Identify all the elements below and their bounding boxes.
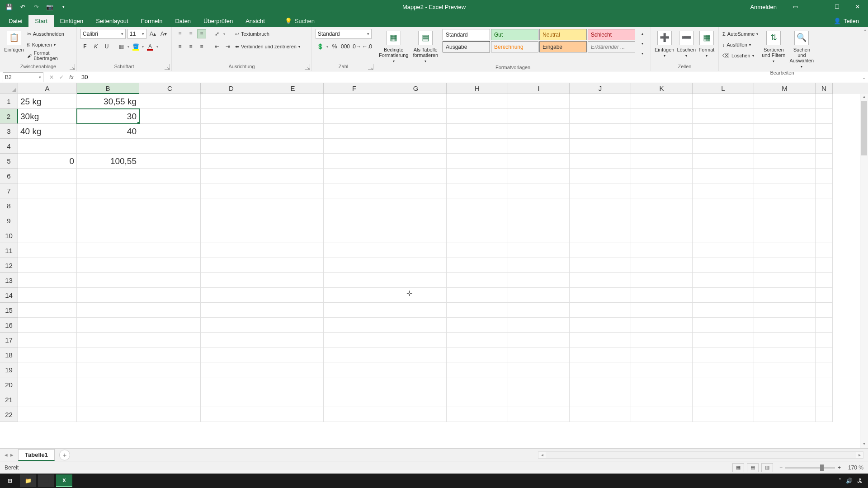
cell-L20[interactable] bbox=[693, 377, 754, 392]
cell-M10[interactable] bbox=[754, 228, 816, 243]
cell-F16[interactable] bbox=[324, 318, 385, 333]
cell-A15[interactable] bbox=[18, 303, 77, 318]
cell-L5[interactable] bbox=[693, 154, 754, 169]
style-erklaerender[interactable]: Erklärender ... bbox=[588, 41, 635, 52]
cell-M4[interactable] bbox=[754, 139, 816, 154]
cell-J18[interactable] bbox=[570, 347, 631, 362]
cell-H2[interactable] bbox=[447, 109, 508, 124]
cell-B9[interactable] bbox=[77, 213, 139, 228]
sign-in-link[interactable]: Anmelden bbox=[742, 4, 785, 10]
tab-seitenlayout[interactable]: Seitenlayout bbox=[90, 15, 135, 27]
cell-H18[interactable] bbox=[447, 347, 508, 362]
font-size-dropdown[interactable]: 11 bbox=[127, 29, 146, 39]
tell-me-search[interactable]: 💡Suchen bbox=[280, 15, 319, 27]
cell-I15[interactable] bbox=[508, 303, 570, 318]
cell-H1[interactable] bbox=[447, 94, 508, 109]
bold-button[interactable]: F bbox=[80, 42, 90, 51]
cell-I4[interactable] bbox=[508, 139, 570, 154]
cell-F3[interactable] bbox=[324, 124, 385, 139]
cell-A4[interactable] bbox=[18, 139, 77, 154]
cell-G12[interactable] bbox=[385, 258, 447, 273]
cell-E8[interactable] bbox=[262, 198, 324, 213]
row-header-8[interactable]: 8 bbox=[0, 198, 18, 213]
cell-N17[interactable] bbox=[816, 333, 833, 347]
cell-N8[interactable] bbox=[816, 198, 833, 213]
tray-chevron-icon[interactable]: ˄ bbox=[839, 478, 841, 484]
select-all-corner[interactable] bbox=[0, 83, 18, 94]
cell-K16[interactable] bbox=[631, 318, 693, 333]
cell-N10[interactable] bbox=[816, 228, 833, 243]
paste-button[interactable]: 📋 Einfügen bbox=[4, 29, 24, 52]
cell-F1[interactable] bbox=[324, 94, 385, 109]
enter-formula-icon[interactable]: ✓ bbox=[57, 74, 66, 80]
cell-M1[interactable] bbox=[754, 94, 816, 109]
cell-A13[interactable] bbox=[18, 273, 77, 288]
cell-M22[interactable] bbox=[754, 407, 816, 422]
row-header-4[interactable]: 4 bbox=[0, 139, 18, 154]
cell-I22[interactable] bbox=[508, 407, 570, 422]
cell-B19[interactable] bbox=[77, 362, 139, 377]
cell-I3[interactable] bbox=[508, 124, 570, 139]
redo-icon[interactable]: ↷ bbox=[32, 2, 41, 11]
cell-B8[interactable] bbox=[77, 198, 139, 213]
cell-A9[interactable] bbox=[18, 213, 77, 228]
cell-A2[interactable]: 30kg bbox=[18, 109, 77, 124]
cell-C16[interactable] bbox=[139, 318, 201, 333]
cell-C19[interactable] bbox=[139, 362, 201, 377]
cell-F13[interactable] bbox=[324, 273, 385, 288]
cell-G3[interactable] bbox=[385, 124, 447, 139]
cell-E20[interactable] bbox=[262, 377, 324, 392]
cell-M14[interactable] bbox=[754, 288, 816, 303]
cell-M17[interactable] bbox=[754, 333, 816, 347]
cell-K22[interactable] bbox=[631, 407, 693, 422]
cell-J6[interactable] bbox=[570, 169, 631, 183]
zoom-slider[interactable] bbox=[785, 467, 835, 469]
col-header-H[interactable]: H bbox=[447, 83, 508, 94]
sheet-nav-first-icon[interactable]: ◂ bbox=[5, 451, 8, 458]
align-left-icon[interactable]: ≡ bbox=[175, 42, 184, 51]
cell-D11[interactable] bbox=[201, 243, 262, 258]
cell-C20[interactable] bbox=[139, 377, 201, 392]
cell-I2[interactable] bbox=[508, 109, 570, 124]
cell-E6[interactable] bbox=[262, 169, 324, 183]
cell-C5[interactable] bbox=[139, 154, 201, 169]
cell-D3[interactable] bbox=[201, 124, 262, 139]
cell-B3[interactable]: 40 bbox=[77, 124, 139, 139]
excel-taskbar-icon[interactable]: X bbox=[56, 474, 72, 487]
cell-B4[interactable] bbox=[77, 139, 139, 154]
cell-C22[interactable] bbox=[139, 407, 201, 422]
col-header-J[interactable]: J bbox=[570, 83, 631, 94]
cell-C15[interactable] bbox=[139, 303, 201, 318]
cell-A18[interactable] bbox=[18, 347, 77, 362]
cell-H11[interactable] bbox=[447, 243, 508, 258]
cell-M16[interactable] bbox=[754, 318, 816, 333]
cell-H21[interactable] bbox=[447, 392, 508, 407]
cell-F11[interactable] bbox=[324, 243, 385, 258]
style-standard[interactable]: Standard bbox=[443, 29, 490, 40]
align-middle-icon[interactable]: ≡ bbox=[186, 29, 195, 38]
cell-L2[interactable] bbox=[693, 109, 754, 124]
col-header-C[interactable]: C bbox=[139, 83, 201, 94]
cell-B14[interactable] bbox=[77, 288, 139, 303]
cell-B1[interactable]: 30,55 kg bbox=[77, 94, 139, 109]
cell-C8[interactable] bbox=[139, 198, 201, 213]
cell-F7[interactable] bbox=[324, 183, 385, 198]
style-berechnung[interactable]: Berechnung bbox=[491, 41, 538, 52]
cell-D13[interactable] bbox=[201, 273, 262, 288]
cell-N5[interactable] bbox=[816, 154, 833, 169]
row-header-20[interactable]: 20 bbox=[0, 377, 18, 392]
cell-L4[interactable] bbox=[693, 139, 754, 154]
row-header-2[interactable]: 2 bbox=[0, 109, 18, 124]
cell-A6[interactable] bbox=[18, 169, 77, 183]
cell-A7[interactable] bbox=[18, 183, 77, 198]
border-button[interactable]: ▦ bbox=[117, 42, 126, 51]
cell-F18[interactable] bbox=[324, 347, 385, 362]
cell-H14[interactable] bbox=[447, 288, 508, 303]
cell-H20[interactable] bbox=[447, 377, 508, 392]
conditional-formatting-button[interactable]: ▦ Bedingte Formatierung▾ bbox=[379, 29, 408, 64]
styles-scroll-down-icon[interactable]: ▾ bbox=[638, 39, 647, 48]
cell-F14[interactable] bbox=[324, 288, 385, 303]
cell-N21[interactable] bbox=[816, 392, 833, 407]
cell-K11[interactable] bbox=[631, 243, 693, 258]
cell-F21[interactable] bbox=[324, 392, 385, 407]
